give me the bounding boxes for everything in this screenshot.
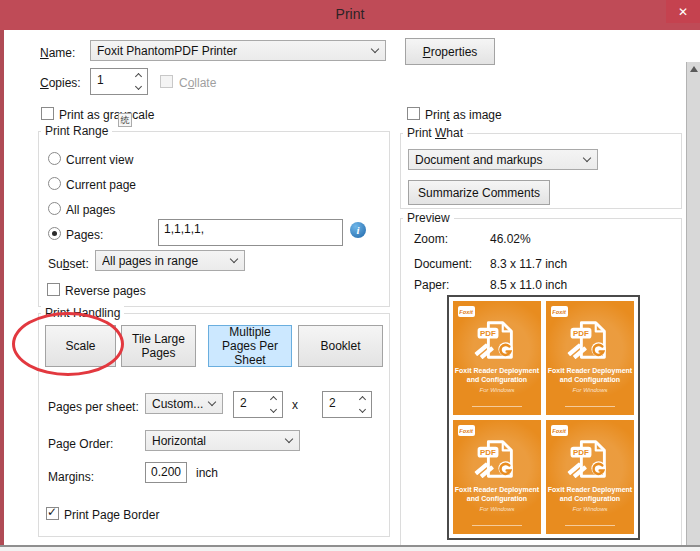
printer-name-value: Foxit PhantomPDF Printer (97, 44, 372, 58)
cover-footer-line (472, 406, 521, 407)
radio-current-page[interactable] (48, 177, 61, 190)
current-view-label: Current view (66, 153, 133, 167)
close-button[interactable]: ✕ (666, 0, 700, 23)
cover-title: Foxit Reader Deploymentand Configuration (546, 486, 634, 503)
radio-pages[interactable] (48, 227, 61, 240)
print-what-select[interactable]: Document and markups (408, 149, 598, 170)
svg-text:PDF: PDF (573, 448, 589, 457)
pages-per-sheet-value: Custom... (152, 397, 209, 411)
scale-button[interactable]: Scale (45, 325, 116, 367)
print-as-image-checkbox[interactable] (407, 107, 420, 120)
copies-value: 1 (91, 69, 130, 94)
paper-label: Paper: (414, 278, 449, 292)
print-range-title: Print Range (41, 124, 112, 138)
spin-up-icon[interactable] (265, 392, 282, 405)
pages-per-sheet-select[interactable]: Custom... (145, 393, 223, 414)
cover-title: Foxit Reader Deploymentand Configuration (546, 367, 634, 384)
radio-dot (52, 231, 57, 236)
collate-checkbox[interactable] (160, 75, 173, 88)
preview-page-thumbnail-1: Foxit PDF Foxit Reader Deploymentand Con… (453, 301, 541, 415)
foxit-logo: Foxit (551, 425, 568, 436)
tile-large-pages-button[interactable]: Tile Large Pages (121, 325, 196, 367)
foxit-logo-text: Foxit (553, 428, 567, 434)
chevron-down-icon (285, 435, 293, 443)
margins-unit-label: inch (196, 466, 218, 480)
sheet-rows-value: 2 (323, 392, 354, 417)
paper-value: 8.5 x 11.0 inch (490, 278, 567, 292)
radio-current-view[interactable] (48, 152, 61, 165)
printer-name-select[interactable]: Foxit PhantomPDF Printer (90, 40, 386, 61)
margins-input[interactable]: 0.200 (145, 462, 187, 483)
ime-indicator-icon: 统 (118, 113, 132, 127)
spin-down-icon[interactable] (130, 82, 147, 95)
multiple-pages-per-sheet-button[interactable]: Multiple Pages Per Sheet (208, 325, 292, 367)
print-as-image-label: Print as image (425, 108, 502, 122)
margins-label: Margins: (48, 470, 94, 484)
subset-value: All pages in range (102, 254, 231, 268)
page-order-value: Horizontal (152, 434, 286, 448)
printer-name-label: Name: (40, 46, 75, 60)
print-what-value: Document and markups (415, 153, 584, 167)
document-label: Document: (414, 257, 472, 271)
pdf-document-icon: PDF (567, 317, 613, 363)
pages-per-sheet-label: Pages per sheet: (48, 400, 139, 414)
subset-select[interactable]: All pages in range (95, 250, 245, 271)
cover-subtitle: For Windows (546, 506, 634, 512)
pdf-document-icon: PDF (567, 436, 613, 482)
preview-page-thumbnail-4: Foxit PDF Foxit Reader Deploymentand Con… (546, 420, 634, 534)
pdf-document-icon: PDF (474, 317, 520, 363)
reverse-pages-checkbox[interactable] (47, 283, 60, 296)
cover-title: Foxit Reader Deploymentand Configuration (453, 367, 541, 384)
preview-title: Preview (403, 211, 454, 225)
print-page-border-checkbox[interactable]: ✓ (46, 507, 59, 520)
pages-input[interactable]: 1,1,1,1, (158, 219, 343, 246)
sheet-columns-value: 2 (234, 392, 265, 417)
grayscale-checkbox[interactable] (41, 107, 54, 120)
spin-up-icon[interactable] (354, 392, 371, 405)
svg-text:PDF: PDF (573, 329, 589, 338)
radio-all-pages[interactable] (48, 202, 61, 215)
checkmark-icon: ✓ (47, 505, 57, 519)
window-title: Print (0, 0, 700, 29)
print-dialog: Print ✕ Name: Foxit PhantomPDF Printer P… (0, 0, 700, 551)
current-page-label: Current page (66, 178, 136, 192)
preview-sheet: Foxit PDF Foxit Reader Deploymentand Con… (447, 295, 640, 540)
window-border (0, 30, 4, 546)
dialog-bottom-pad (0, 547, 700, 551)
close-icon: ✕ (678, 5, 688, 19)
copies-stepper[interactable]: 1 (90, 68, 148, 95)
copies-label: Copies: (40, 76, 81, 90)
chevron-down-icon (371, 45, 379, 53)
cover-title: Foxit Reader Deploymentand Configuration (453, 486, 541, 503)
cover-footer-line (565, 525, 614, 526)
cover-subtitle: For Windows (453, 387, 541, 393)
print-page-border-label: Print Page Border (64, 508, 159, 522)
properties-button[interactable]: Properties (405, 38, 495, 65)
foxit-logo-text: Foxit (460, 309, 474, 315)
summarize-comments-button[interactable]: Summarize Comments (408, 180, 550, 205)
sheet-columns-stepper[interactable]: 2 (233, 391, 283, 418)
spin-up-icon[interactable] (130, 69, 147, 82)
cover-subtitle: For Windows (546, 387, 634, 393)
print-what-title: Print What (403, 126, 467, 140)
spin-down-icon[interactable] (354, 405, 371, 418)
scrollbar[interactable] (686, 62, 700, 545)
booklet-button[interactable]: Booklet (298, 325, 383, 367)
chevron-down-icon (583, 154, 591, 162)
cover-footer-line (565, 406, 614, 407)
foxit-logo: Foxit (458, 425, 475, 436)
svg-text:PDF: PDF (480, 448, 496, 457)
sheet-rows-stepper[interactable]: 2 (322, 391, 372, 418)
cover-footer-line (472, 525, 521, 526)
preview-page-thumbnail-3: Foxit PDF Foxit Reader Deploymentand Con… (453, 420, 541, 534)
chevron-down-icon (208, 398, 216, 406)
preview-page-thumbnail-2: Foxit PDF Foxit Reader Deploymentand Con… (546, 301, 634, 415)
scroll-up-icon (690, 66, 698, 72)
spin-down-icon[interactable] (265, 405, 282, 418)
page-order-select[interactable]: Horizontal (145, 430, 300, 451)
info-icon[interactable]: i (350, 222, 366, 238)
pdf-document-icon: PDF (474, 436, 520, 482)
titlebar: Print (0, 0, 700, 30)
all-pages-label: All pages (66, 203, 115, 217)
print-handling-title: Print Handling (41, 306, 124, 320)
